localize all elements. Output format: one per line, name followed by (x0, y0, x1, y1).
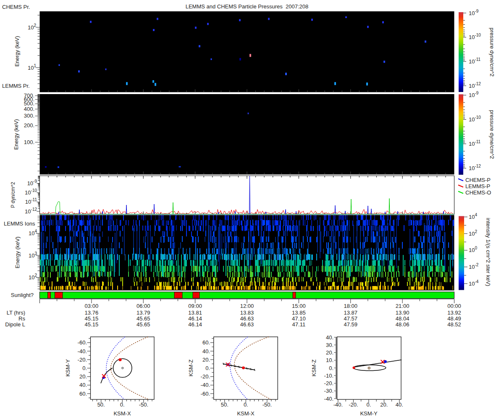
svg-text:KSM-Y: KSM-Y (360, 410, 378, 417)
svg-text:45.65: 45.65 (136, 321, 150, 328)
svg-text:45.15: 45.15 (85, 315, 99, 322)
svg-text:06:00: 06:00 (136, 303, 150, 309)
svg-text:400.: 400. (24, 106, 34, 112)
svg-text:46.14: 46.14 (188, 321, 202, 328)
svg-text:50.: 50. (221, 402, 228, 408)
svg-text:-20.: -20. (324, 380, 333, 386)
svg-text:pressure dyne/cm^2: pressure dyne/cm^2 (489, 110, 495, 159)
svg-text:Energy (keV): Energy (keV) (13, 119, 19, 150)
svg-text:-60.: -60. (78, 339, 87, 346)
svg-text:48.52: 48.52 (447, 321, 461, 328)
svg-text:45.65: 45.65 (136, 315, 150, 322)
svg-text:Sunlight?: Sunlight? (11, 292, 34, 298)
svg-text:-10.: -10. (324, 373, 333, 379)
svg-text:-20.: -20. (78, 357, 87, 363)
svg-text:12:00: 12:00 (240, 303, 254, 309)
svg-text:-40.: -40. (201, 382, 210, 388)
svg-text:0.: 0. (82, 365, 87, 371)
svg-text:LEMMS Ions: LEMMS Ions (4, 220, 35, 227)
svg-text:20.: 20. (380, 402, 388, 408)
svg-text:20.: 20. (326, 349, 333, 356)
svg-text:45.15: 45.15 (85, 321, 99, 328)
svg-text:47.11: 47.11 (292, 321, 306, 328)
svg-text:Dipole L: Dipole L (5, 321, 25, 328)
svg-text:40.: 40. (326, 334, 333, 341)
svg-text:10.: 10. (326, 357, 333, 363)
svg-text:KSM-X: KSM-X (237, 410, 255, 417)
svg-text:20.: 20. (79, 373, 87, 380)
svg-text:48.04: 48.04 (396, 315, 410, 322)
svg-text:47.57: 47.57 (344, 315, 357, 322)
svg-text:40.: 40. (396, 402, 403, 408)
svg-text:21:00: 21:00 (396, 303, 410, 309)
svg-text:-20.: -20. (349, 402, 358, 408)
svg-text:CHEMS-O: CHEMS-O (465, 189, 491, 196)
svg-text:0.: 0. (120, 402, 125, 408)
svg-text:KSM-X: KSM-X (113, 410, 131, 417)
svg-text:0.: 0. (366, 402, 371, 408)
svg-text:40.: 40. (79, 382, 87, 388)
svg-text:-40.: -40. (324, 396, 333, 402)
svg-text:46.63: 46.63 (240, 321, 254, 328)
svg-text:48.49: 48.49 (447, 315, 461, 322)
svg-text:pressure dyne/cm^2: pressure dyne/cm^2 (489, 28, 495, 77)
svg-text:0.: 0. (329, 365, 333, 371)
svg-text:LEMMS Pr.: LEMMS Pr. (2, 83, 30, 89)
svg-text:-40.: -40. (333, 402, 343, 408)
svg-text:-60.: -60. (201, 391, 210, 397)
svg-text:46.14: 46.14 (188, 315, 202, 322)
svg-text:50.: 50. (97, 402, 105, 408)
svg-text:KSM-Z: KSM-Z (188, 360, 194, 377)
svg-text:47.10: 47.10 (292, 315, 306, 322)
svg-text:0.: 0. (244, 402, 248, 408)
svg-text:Energy (keV): Energy (keV) (14, 236, 21, 268)
svg-text:0.: 0. (205, 365, 210, 371)
svg-text:Rs: Rs (18, 315, 25, 322)
svg-text:60.: 60. (79, 391, 87, 397)
svg-text:-30.: -30. (324, 388, 333, 394)
svg-text:60.: 60. (202, 339, 210, 346)
svg-text:-50.: -50. (262, 402, 272, 408)
svg-text:KSM-Y: KSM-Y (65, 359, 71, 377)
svg-text:LEMMS and CHEMS Particle Press: LEMMS and CHEMS Particle Pressures 2007:… (186, 3, 309, 10)
svg-text:CHEMS Pr.: CHEMS Pr. (2, 4, 30, 10)
svg-text:47.59: 47.59 (344, 321, 357, 328)
svg-text:00:00: 00:00 (447, 303, 461, 309)
svg-text:09:00: 09:00 (188, 303, 202, 309)
svg-text:-50.: -50. (139, 402, 148, 408)
svg-text:LEMMS-P: LEMMS-P (465, 183, 490, 189)
svg-text:03:00: 03:00 (85, 303, 99, 309)
svg-text:200.: 200. (24, 122, 34, 129)
svg-text:18:00: 18:00 (344, 303, 357, 309)
svg-text:48.06: 48.06 (396, 321, 410, 328)
svg-text:15:00: 15:00 (292, 303, 306, 309)
svg-text:20.: 20. (202, 357, 210, 363)
svg-text:300.: 300. (24, 113, 34, 119)
svg-text:Energy (keV): Energy (keV) (14, 36, 20, 67)
svg-text:40.: 40. (202, 348, 210, 354)
svg-text:KSM-Z: KSM-Z (311, 360, 317, 377)
svg-text:100.: 100. (24, 139, 34, 145)
svg-text:CHEMS-P: CHEMS-P (465, 177, 491, 183)
svg-text:46.63: 46.63 (240, 315, 254, 322)
svg-text:30.: 30. (326, 342, 333, 348)
svg-text:-20.: -20. (201, 373, 210, 380)
svg-text:P dyn/cm^2: P dyn/cm^2 (10, 182, 16, 208)
svg-text:intensity 1/(s cm^2 ster keV): intensity 1/(s cm^2 ster keV) (485, 218, 491, 286)
svg-text:-40.: -40. (78, 348, 87, 354)
